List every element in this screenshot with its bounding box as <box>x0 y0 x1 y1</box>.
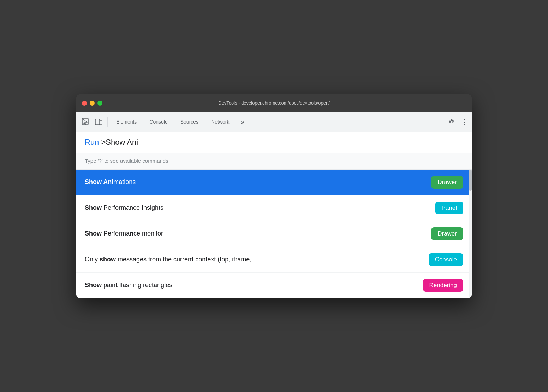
device-icon <box>95 118 102 126</box>
settings-button[interactable] <box>446 116 458 128</box>
tab-console[interactable]: Console <box>144 112 173 132</box>
result-normal-only: Only <box>85 256 100 263</box>
more-tabs-button[interactable]: » <box>236 116 248 128</box>
traffic-lights <box>82 101 102 106</box>
more-options-button[interactable]: ⋮ <box>459 116 469 128</box>
result-normal-messages: messages from the curren <box>116 256 191 263</box>
badge-panel-insights: Panel <box>435 202 463 214</box>
result-normal-pain: pain <box>102 281 115 289</box>
gear-icon <box>448 118 455 125</box>
command-text: >Show Ani <box>99 138 138 147</box>
devtools-window: DevTools - developer.chrome.com/docs/dev… <box>76 94 472 298</box>
cursor-icon <box>81 118 89 126</box>
result-normal-nsights: nsights <box>143 204 163 211</box>
badge-rendering-paint: Rendering <box>423 279 463 292</box>
hint-bar: Type '?' to see available commands <box>76 153 472 170</box>
close-button[interactable] <box>82 101 87 106</box>
window-title: DevTools - developer.chrome.com/docs/dev… <box>218 100 330 106</box>
result-bold-show: Show <box>85 204 102 211</box>
hint-text: Type '?' to see available commands <box>85 158 168 164</box>
tab-network[interactable]: Network <box>206 112 235 132</box>
result-bold-show4: Show <box>85 281 102 289</box>
result-normal-performa: Performa <box>102 230 130 237</box>
devtools-toolbar: Elements Console Sources Network » ⋮ <box>76 112 472 132</box>
inspect-element-button[interactable] <box>79 116 91 128</box>
result-bold-show2: Show <box>85 230 102 237</box>
result-text-messages: Only show messages from the current cont… <box>85 255 258 264</box>
result-show-performance-insights[interactable]: Show Performance Insights Panel <box>76 195 472 221</box>
tab-sources[interactable]: Sources <box>175 112 204 132</box>
command-input[interactable]: Run >Show Ani <box>85 138 463 147</box>
run-label: Run <box>85 138 99 147</box>
result-text-performance-insights: Show Performance Insights <box>85 203 163 212</box>
result-normal-ce-monitor: ce monitor <box>133 230 163 237</box>
scrollbar-thumb[interactable] <box>469 170 472 191</box>
result-normal-flashing: flashing rectangles <box>118 281 172 289</box>
badge-drawer-monitor: Drawer <box>431 227 463 240</box>
scrollbar-track <box>469 170 472 298</box>
device-toolbar-button[interactable] <box>93 116 105 128</box>
result-text-show-animations: Show Animations <box>85 178 136 186</box>
badge-console-messages: Console <box>429 253 463 266</box>
toolbar-divider-1 <box>107 117 108 127</box>
result-show-performance-monitor[interactable]: Show Performance monitor Drawer <box>76 221 472 247</box>
command-bar: Run >Show Ani <box>76 132 472 153</box>
result-bold-n: n <box>130 230 133 237</box>
result-normal-part: mations <box>113 178 136 185</box>
result-bold-part: Show Ani <box>85 178 113 185</box>
result-text-paint-flashing: Show paint flashing rectangles <box>85 281 172 290</box>
titlebar: DevTools - developer.chrome.com/docs/dev… <box>76 94 472 112</box>
svg-point-3 <box>97 124 98 124</box>
result-text-performance-monitor: Show Performance monitor <box>85 229 163 238</box>
minimize-button[interactable] <box>90 101 95 106</box>
tab-elements[interactable]: Elements <box>111 112 142 132</box>
result-show-animations[interactable]: Show Animations Drawer <box>76 170 472 195</box>
maximize-button[interactable] <box>97 101 102 106</box>
results-container: Show Animations Drawer Show Performance … <box>76 170 472 298</box>
result-normal-context: context (top, iframe,… <box>193 256 258 263</box>
badge-drawer-animations: Drawer <box>431 176 463 189</box>
result-bold-show3: show <box>100 256 116 263</box>
result-normal-performance: Performance <box>102 204 142 211</box>
result-only-show-messages[interactable]: Only show messages from the current cont… <box>76 247 472 273</box>
svg-rect-2 <box>100 121 102 124</box>
result-show-paint-flashing[interactable]: Show paint flashing rectangles Rendering <box>76 273 472 298</box>
